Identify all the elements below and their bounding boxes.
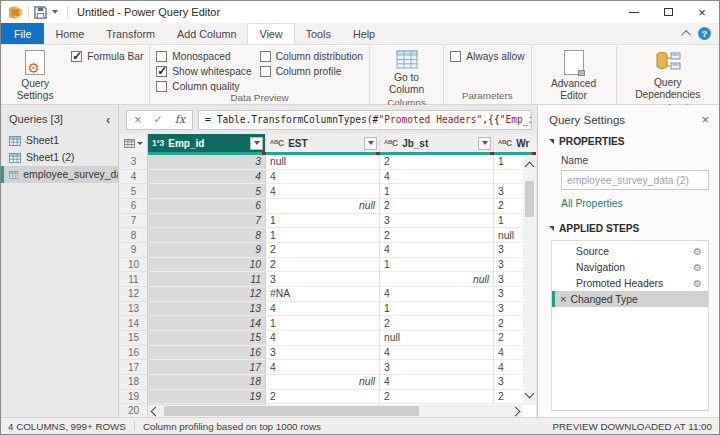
row-number[interactable]: 4 [120, 170, 148, 185]
column-filter-dropdown-icon[interactable] [364, 137, 377, 150]
tab-tools[interactable]: Tools [295, 23, 342, 44]
formula-bar-checkbox[interactable]: Formula Bar [71, 51, 143, 62]
cell[interactable]: 1 [266, 316, 380, 331]
cell[interactable]: 4 [266, 360, 380, 375]
cell-emp-id[interactable]: 7 [148, 214, 266, 229]
cell[interactable]: 2 [266, 390, 380, 405]
cell-emp-id[interactable]: 9 [148, 243, 266, 258]
row-number[interactable]: 12 [120, 287, 148, 302]
query-settings-button[interactable]: ⚙ Query Settings [7, 49, 63, 103]
cell[interactable]: 1 [380, 302, 494, 317]
cell-emp-id[interactable]: 14 [148, 316, 266, 331]
vertical-scrollbar[interactable] [523, 155, 536, 405]
query-item-employee-survey-data-2[interactable]: employee_survey_data (2) [1, 166, 118, 183]
tab-transform[interactable]: Transform [95, 23, 166, 44]
query-dependencies-button[interactable]: Query Dependencies [623, 49, 714, 102]
row-number[interactable]: 6 [120, 199, 148, 214]
cell-emp-id[interactable]: 6 [148, 199, 266, 214]
cell[interactable]: 2 [380, 228, 494, 243]
horizontal-scrollbar[interactable] [148, 405, 523, 417]
cell[interactable]: null [266, 199, 380, 214]
row-number[interactable]: 10 [120, 258, 148, 273]
cell[interactable]: null [266, 155, 380, 170]
cell[interactable]: 2 [380, 199, 494, 214]
tab-view[interactable]: View [247, 23, 294, 44]
go-to-column-button[interactable]: Go to Column [376, 49, 437, 97]
monospaced-checkbox[interactable]: Monospaced [156, 51, 251, 62]
quick-access-dropdown-icon[interactable] [52, 10, 58, 14]
row-number[interactable]: 20 [120, 404, 148, 417]
cell-emp-id[interactable]: 10 [148, 258, 266, 273]
advanced-editor-button[interactable]: Advanced Editor [538, 49, 610, 103]
cell[interactable]: 4 [380, 346, 494, 361]
cell[interactable]: 1 [266, 214, 380, 229]
step-settings-gear-icon[interactable]: ⚙ [693, 246, 702, 257]
cell-emp-id[interactable]: 15 [148, 331, 266, 346]
profiling-status[interactable]: Column profiling based on top 1000 rows [143, 421, 321, 432]
row-number[interactable]: 13 [120, 302, 148, 317]
column-header-est[interactable]: ᴬᴮC EST [266, 134, 380, 152]
column-distribution-checkbox[interactable]: Column distribution [260, 51, 363, 62]
row-number[interactable]: 17 [120, 360, 148, 375]
cell-emp-id[interactable]: 3 [148, 155, 266, 170]
cell-emp-id[interactable]: 18 [148, 375, 266, 390]
cell-emp-id[interactable]: 12 [148, 287, 266, 302]
cancel-formula-icon[interactable]: × [134, 113, 142, 126]
cell-emp-id[interactable]: 11 [148, 272, 266, 287]
cell[interactable]: #NA [266, 287, 380, 302]
scroll-down-icon[interactable] [525, 389, 535, 399]
cell[interactable]: 4 [266, 184, 380, 199]
collapse-queries-pane-icon[interactable]: ‹ [106, 111, 110, 125]
all-properties-link[interactable]: All Properties [561, 198, 709, 209]
cell-emp-id[interactable]: 13 [148, 302, 266, 317]
fx-icon[interactable]: fx [175, 113, 185, 126]
cell-emp-id[interactable]: 5 [148, 184, 266, 199]
scroll-left-icon[interactable] [151, 406, 161, 416]
tab-file[interactable]: File [1, 23, 44, 44]
minimize-button[interactable] [617, 1, 651, 23]
commit-formula-icon[interactable]: ✓ [154, 113, 163, 126]
cell-emp-id[interactable]: 4 [148, 170, 266, 185]
column-header-jb-st[interactable]: ᴬᴮC Jb_st [380, 134, 494, 152]
step-settings-gear-icon[interactable]: ⚙ [693, 262, 702, 273]
row-number[interactable]: 8 [120, 228, 148, 243]
cell[interactable]: 4 [380, 243, 494, 258]
cell-emp-id[interactable]: 16 [148, 346, 266, 361]
cell[interactable]: null [380, 272, 494, 287]
row-number[interactable]: 7 [120, 214, 148, 229]
column-quality-checkbox[interactable]: Column quality [156, 81, 251, 92]
horizontal-scroll-thumb[interactable] [164, 406, 419, 416]
table-menu-button[interactable] [120, 134, 148, 152]
cell[interactable]: 3 [380, 214, 494, 229]
cell[interactable]: 3 [266, 346, 380, 361]
cell[interactable]: 4 [380, 375, 494, 390]
cell[interactable]: 2 [266, 243, 380, 258]
column-filter-dropdown-icon[interactable] [478, 137, 491, 150]
row-number[interactable]: 5 [120, 184, 148, 199]
column-header-emp-id[interactable]: 1²3 Emp_id [148, 134, 266, 152]
step-changed-type[interactable]: × Changed Type [552, 291, 708, 307]
cell[interactable]: 1 [380, 184, 494, 199]
applied-steps-section-header[interactable]: APPLIED STEPS [549, 223, 709, 234]
cell[interactable]: 4 [266, 302, 380, 317]
cell[interactable]: null [266, 375, 380, 390]
cell[interactable]: null [380, 331, 494, 346]
row-number[interactable]: 3 [120, 155, 148, 170]
row-number[interactable]: 15 [120, 331, 148, 346]
cell[interactable]: 2 [380, 390, 494, 405]
row-number[interactable]: 19 [120, 390, 148, 405]
cell[interactable]: 4 [380, 170, 494, 185]
cell[interactable]: 3 [266, 272, 380, 287]
collapse-ribbon-icon[interactable] [681, 30, 691, 40]
delete-step-icon[interactable]: × [560, 293, 566, 305]
cell[interactable]: 4 [266, 331, 380, 346]
scroll-right-icon[interactable] [511, 406, 521, 416]
maximize-button[interactable] [651, 1, 685, 23]
step-navigation[interactable]: Navigation ⚙ [552, 259, 708, 275]
row-number[interactable]: 16 [120, 346, 148, 361]
step-settings-gear-icon[interactable]: ⚙ [693, 278, 702, 289]
cell[interactable]: 3 [380, 360, 494, 375]
row-number[interactable]: 18 [120, 375, 148, 390]
tab-add-column[interactable]: Add Column [166, 23, 247, 44]
close-pane-icon[interactable]: × [701, 113, 709, 126]
